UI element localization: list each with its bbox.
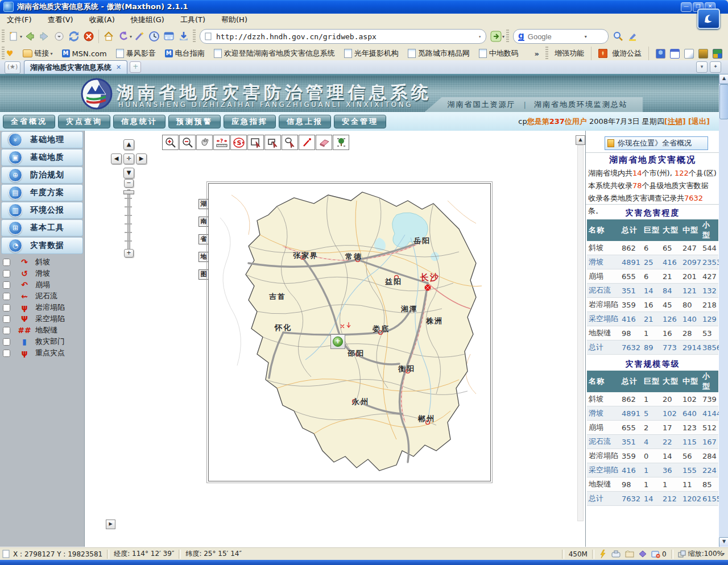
resize-icon[interactable] — [678, 550, 686, 558]
layer-checkbox[interactable] — [3, 315, 10, 323]
tab-close-icon[interactable]: ✕ — [116, 64, 121, 71]
page-scrollbar[interactable]: ▲ ▼ — [719, 74, 728, 547]
address-bar[interactable]: ▾ — [200, 29, 486, 44]
notes-icon[interactable] — [684, 49, 694, 59]
pan-left-button[interactable]: ◀ — [111, 153, 122, 164]
address-dropdown[interactable]: ▾ — [478, 34, 481, 39]
window-mode-button[interactable] — [162, 29, 176, 44]
search-engine-dropdown[interactable]: ▾ — [585, 34, 587, 39]
proxy-icon[interactable] — [611, 550, 621, 558]
zoom-slider-rail[interactable] — [127, 189, 130, 254]
add-point-map-button[interactable]: + — [330, 334, 345, 349]
popup-blocker-icon[interactable] — [651, 550, 660, 558]
sidebar-group-1[interactable]: ▣基础地质 — [1, 149, 83, 166]
nav-tab-0[interactable]: 全省概况 — [3, 115, 55, 128]
zoom-dropdown[interactable]: ▾ — [722, 551, 725, 556]
link-item[interactable]: 欢迎登陆湖南省地质灾害信息系统 — [214, 48, 335, 59]
nav-tab-3[interactable]: 预测预警 — [168, 115, 221, 128]
filter-icon[interactable] — [639, 550, 647, 558]
layer-row-8[interactable]: ψ重点灾点 — [0, 347, 84, 359]
scroll-down-icon[interactable]: ▼ — [719, 537, 728, 547]
layer-row-7[interactable]: ▮救灾部门 — [0, 336, 84, 347]
select-rectangle-icon[interactable] — [247, 135, 264, 150]
capture-icon[interactable] — [625, 550, 634, 558]
user-info-segment[interactable]: [退出] — [686, 117, 710, 126]
window-icon[interactable] — [670, 49, 680, 59]
layer-row-6[interactable]: ##地裂缝 — [0, 325, 84, 336]
pen-cup-icon[interactable] — [698, 49, 708, 59]
sidebar-group-3[interactable]: ▤年度方案 — [1, 184, 83, 201]
link-item[interactable]: M电台指南 — [165, 48, 205, 59]
map-vscroll-track[interactable] — [577, 145, 584, 521]
back-button[interactable] — [22, 29, 37, 44]
scroll-thumb[interactable] — [719, 84, 728, 119]
full-extent-icon[interactable]: S — [230, 135, 247, 150]
link-item[interactable]: 光年摄影机构 — [344, 48, 399, 59]
history-clock-button[interactable] — [147, 29, 162, 44]
maxthon-charity-label[interactable]: 傲游公益 — [612, 48, 642, 59]
menu-item-2[interactable]: 收藏(A) — [89, 15, 115, 25]
link-land-resources-dept[interactable]: 湖南省国土资源厅 — [448, 99, 516, 110]
menu-item-5[interactable]: 帮助(H) — [221, 15, 247, 25]
layer-row-3[interactable]: ⇜泥石流 — [0, 290, 84, 302]
search-box[interactable]: g ▾ — [513, 29, 609, 44]
favorites-heart-icon[interactable]: ♥ — [6, 49, 14, 58]
scroll-up-icon[interactable]: ▲ — [719, 74, 728, 84]
link-geo-env-monitor-station[interactable]: 湖南省地质环境监测总站 — [534, 99, 628, 110]
forward-button[interactable] — [37, 29, 52, 44]
home-button[interactable] — [101, 29, 116, 44]
zoom-slider-thumb[interactable] — [123, 190, 134, 194]
enhance-features-button[interactable]: 增强功能 — [555, 48, 584, 59]
nav-tab-4[interactable]: 应急指挥 — [224, 115, 276, 128]
map-hscroll-right-button[interactable]: ▶ — [106, 520, 115, 529]
sidebar-group-0[interactable]: »基础地理 — [1, 131, 83, 148]
layer-row-0[interactable]: ↷斜坡 — [0, 256, 84, 268]
menu-item-3[interactable]: 快捷组(G) — [131, 15, 164, 25]
layer-checkbox[interactable] — [3, 270, 10, 277]
link-item[interactable]: 中地数码 — [479, 48, 519, 59]
nav-tab-6[interactable]: 安全管理 — [334, 115, 386, 128]
search-icon-button[interactable] — [611, 29, 626, 44]
tab-list-button[interactable]: ▾ — [696, 61, 708, 73]
link-item[interactable]: 觅路城市精品网 — [408, 48, 470, 59]
address-input[interactable] — [215, 32, 479, 41]
history-dropdown[interactable] — [52, 29, 67, 44]
menu-item-0[interactable]: 文件(F) — [7, 15, 32, 25]
magic-wand-button[interactable] — [132, 29, 147, 44]
layer-row-2[interactable]: ↶崩塌 — [0, 279, 84, 290]
user-icon[interactable] — [656, 49, 665, 59]
zoom-in-icon[interactable] — [162, 135, 179, 150]
minimize-button[interactable]: — — [681, 2, 692, 12]
select-circle-icon[interactable] — [282, 135, 298, 150]
sidebar-group-2[interactable]: ⊕防治规划 — [1, 167, 83, 184]
layer-checkbox[interactable] — [3, 327, 10, 334]
link-item[interactable]: 暴风影音 — [116, 48, 156, 59]
select-polygon-icon[interactable] — [264, 135, 281, 150]
search-input[interactable] — [527, 32, 586, 41]
nav-tab-2[interactable]: 信息统计 — [113, 115, 166, 128]
nav-tab-5[interactable]: 信息上报 — [279, 115, 331, 128]
links-overflow-button[interactable]: » — [535, 49, 539, 58]
boost-icon[interactable] — [599, 550, 607, 558]
link-item[interactable]: 链接▾ — [23, 48, 53, 59]
pan-down-button[interactable]: ▼ — [123, 168, 134, 178]
download-button[interactable] — [176, 29, 191, 44]
maxthon-charity-icon[interactable] — [598, 49, 607, 58]
go-button[interactable] — [489, 29, 503, 44]
layer-checkbox[interactable] — [3, 293, 10, 300]
draw-point-icon[interactable] — [299, 135, 315, 150]
zoom-level[interactable]: 缩放:100% — [688, 549, 723, 559]
layer-checkbox[interactable] — [3, 281, 10, 289]
stop-button[interactable] — [81, 29, 96, 44]
tab-active[interactable]: 湖南省地质灾害信息系统 ✕ — [24, 60, 127, 74]
plugin-cube-icon[interactable] — [713, 49, 722, 59]
map-canvas[interactable]: 张家界常德岳阳益阳长沙吉首湘潭株洲怀化娄底邵阳衡阳永州郴州 + — [208, 183, 491, 481]
pan-up-button[interactable]: ▲ — [123, 139, 134, 150]
layer-row-5[interactable]: Ψ采空塌陷 — [0, 313, 84, 325]
link-item[interactable]: MMSN.com — [62, 49, 107, 58]
highlight-button[interactable] — [626, 29, 640, 44]
menu-item-1[interactable]: 查看(V) — [48, 15, 73, 25]
zoom-in-step-button[interactable]: + — [124, 249, 134, 257]
measure-distance-icon[interactable]: ? — [213, 135, 230, 150]
layer-checkbox[interactable] — [3, 350, 10, 357]
